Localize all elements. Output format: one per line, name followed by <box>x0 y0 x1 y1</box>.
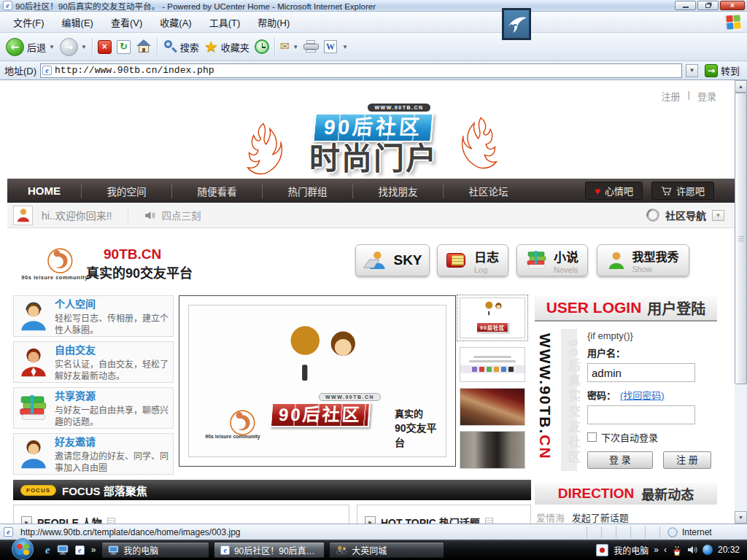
carousel-thumb-4[interactable] <box>460 431 525 469</box>
feature-personal-space[interactable]: 个人空间 轻松写日志、传相册，建立个性人脉圈。 <box>13 295 174 337</box>
home-button[interactable] <box>136 39 152 54</box>
show-button[interactable]: 我型我秀 Show <box>597 244 689 276</box>
toolbar-overflow-icon[interactable]: ▼ <box>342 44 348 50</box>
back-dropdown-icon[interactable]: ▼ <box>49 44 55 50</box>
avatar[interactable] <box>13 206 33 225</box>
favorites-button[interactable]: ★ 收藏夹 <box>204 39 249 54</box>
password-input[interactable] <box>587 405 695 424</box>
direction-item[interactable]: 爱情海 发起了新话题 <box>536 510 629 524</box>
qq-penguin-icon[interactable] <box>672 544 682 556</box>
print-button[interactable] <box>303 40 319 53</box>
feature-shared-resources[interactable]: 共享资源 与好友一起自由共享，聊感兴趣的话题。 <box>13 387 174 429</box>
login-header-en: USER LOGIN <box>546 299 642 316</box>
forgot-password-link[interactable]: (找回密码) <box>620 388 665 402</box>
scrollbar-thumb[interactable] <box>735 93 747 384</box>
carousel-thumb-3[interactable] <box>460 388 525 426</box>
feature-title[interactable]: 共享资源 <box>55 388 169 402</box>
feature-title[interactable]: 好友邀请 <box>55 434 169 448</box>
tray-media-icon[interactable] <box>596 544 608 556</box>
word-edit-button[interactable]: W <box>324 40 337 53</box>
restore-button[interactable] <box>697 1 719 10</box>
address-dropdown-icon[interactable]: ▼ <box>686 64 698 77</box>
login-button[interactable]: 登 录 <box>587 451 653 469</box>
task-my-computer[interactable]: 我的电脑 <box>101 542 209 558</box>
username-input[interactable] <box>587 363 695 382</box>
log-button[interactable]: 日志 Log <box>437 244 508 276</box>
direction-user[interactable]: 爱情海 <box>536 513 565 524</box>
forward-dropdown-icon[interactable]: ▼ <box>81 44 87 50</box>
feature-invite-friends[interactable]: 好友邀请 邀请您身边的好友、同学、同事加入自由圈 <box>13 433 174 475</box>
favorites-label: 收藏夹 <box>221 40 249 54</box>
mail-dropdown-icon[interactable]: ▼ <box>293 44 298 50</box>
register-button[interactable]: 注 册 <box>663 451 711 469</box>
window-titlebar[interactable]: e 90后社区！90后真实的交友互动平台。 - Powered by UCent… <box>0 0 747 12</box>
doc-icon[interactable] <box>485 518 493 524</box>
tray-collapse-icon[interactable]: ‹ <box>664 545 667 555</box>
tray-chevron-icon[interactable]: » <box>654 545 659 555</box>
quicklaunch-doc-icon[interactable]: e <box>75 545 85 555</box>
scroll-up-button[interactable]: ▲ <box>735 80 747 93</box>
feature-desc: 邀请您身边的好友、同学、同事加入自由圈 <box>55 451 169 474</box>
back-button[interactable]: ← 后退 ▼ <box>6 38 55 56</box>
nav-find-friends[interactable]: 找找朋友 <box>352 184 443 198</box>
go-button[interactable]: → 转到 <box>702 63 743 77</box>
start-button[interactable] <box>12 538 34 560</box>
nav-home[interactable]: HOME <box>7 184 81 197</box>
divider <box>128 209 128 222</box>
brand-tagline: 90s leisure community <box>15 274 95 281</box>
swallow-bird-icon[interactable] <box>502 8 531 40</box>
quicklaunch-overflow-chevron[interactable]: » <box>91 545 96 555</box>
tray-ball-icon[interactable] <box>703 545 713 555</box>
menu-favorites[interactable]: 收藏(A) <box>151 12 200 32</box>
quicklaunch-ie-icon[interactable]: e <box>45 544 50 556</box>
login-link[interactable]: 登录 <box>697 89 716 103</box>
register-link[interactable]: 注册 <box>662 89 681 103</box>
nav-my-space[interactable]: 我的空间 <box>81 184 171 198</box>
volume-icon[interactable] <box>687 545 697 554</box>
feature-title[interactable]: 个人空间 <box>55 296 169 311</box>
minimize-icon <box>683 7 689 8</box>
feature-title[interactable]: 自由交友 <box>55 342 169 357</box>
nav-groups[interactable]: 热门群组 <box>262 184 352 198</box>
menu-view[interactable]: 查看(V) <box>102 12 151 32</box>
close-button[interactable]: × <box>720 1 745 10</box>
wish-button[interactable]: 许愿吧 <box>651 182 714 200</box>
carousel[interactable]: 90s leisure community WWW.90TB.CN 90后社区 … <box>179 295 456 467</box>
scroll-down-button[interactable]: ▼ <box>735 511 747 524</box>
carousel-thumb-1[interactable]: 90后社区 <box>460 298 525 338</box>
feature-free-dating[interactable]: 自由交友 实名认证，自由交友，轻松了解好友最新动态。 <box>13 341 174 383</box>
stop-button[interactable]: × <box>98 40 112 54</box>
chevron-down-icon[interactable]: ▼ <box>712 210 724 221</box>
arrow-right-icon[interactable]: ▸ <box>365 516 376 524</box>
task-city[interactable]: 大英同城 <box>329 542 444 558</box>
nav-browse[interactable]: 随便看看 <box>171 184 262 198</box>
community-nav[interactable]: 社区导航 ▼ <box>646 208 735 222</box>
page-scrollbar[interactable]: ▲ ▼ <box>735 80 747 524</box>
announcement[interactable]: 四点三刻 <box>144 208 201 222</box>
search-button[interactable]: 搜索 <box>163 39 199 54</box>
address-input[interactable] <box>55 65 680 76</box>
mail-button[interactable]: ✉ ▼ <box>280 40 298 53</box>
sky-button[interactable]: SKY <box>355 244 430 276</box>
menu-help[interactable]: 帮助(H) <box>249 12 298 32</box>
carousel-thumb-2[interactable] <box>460 347 525 382</box>
task-browser[interactable]: e 90后社区！90后真实... <box>214 542 325 558</box>
history-button[interactable] <box>255 39 269 54</box>
menu-tools[interactable]: 工具(T) <box>201 12 249 32</box>
novels-button[interactable]: 小说 Novels <box>516 244 588 276</box>
forward-button[interactable]: → ▼ <box>60 38 87 56</box>
site-logo[interactable]: WWW.90TB.CN 90后社区 时尚门户 <box>253 99 494 172</box>
remember-checkbox[interactable] <box>587 432 597 442</box>
arrow-right-icon[interactable]: ▸ <box>21 516 32 524</box>
refresh-button[interactable]: ↻ <box>117 40 131 54</box>
show-desktop-icon[interactable] <box>57 545 69 555</box>
address-input-box[interactable]: e <box>40 63 682 78</box>
people-pair-icon <box>269 322 368 397</box>
mood-button[interactable]: ♥ 心情吧 <box>585 182 643 200</box>
menu-edit[interactable]: 编辑(E) <box>53 12 102 32</box>
minimize-button[interactable] <box>675 1 696 10</box>
language-bar-label[interactable]: 我的电脑 <box>614 544 649 556</box>
menu-file[interactable]: 文件(F) <box>4 12 53 32</box>
doc-icon[interactable] <box>107 518 115 524</box>
nav-forum[interactable]: 社区论坛 <box>443 184 533 198</box>
